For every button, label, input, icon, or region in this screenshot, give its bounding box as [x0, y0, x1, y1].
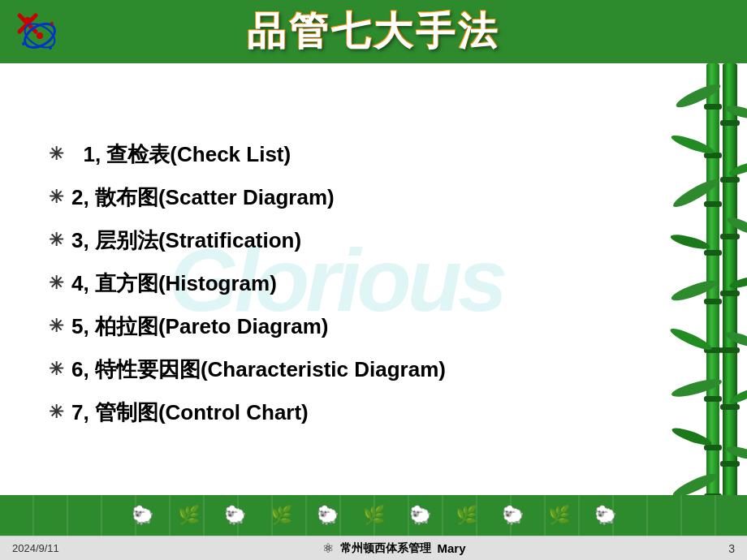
content-area: Glorious ✳ 1, 查检表(Check List) ✳ 2, 散布图(S… [0, 63, 747, 495]
list-item: ✳ 2, 散布图(Scatter Diagram) [49, 183, 617, 212]
svg-point-6 [50, 22, 54, 25]
items-list: ✳ 1, 查检表(Check List) ✳ 2, 散布图(Scatter Di… [49, 80, 731, 487]
bamboo-decoration [637, 63, 747, 495]
slide: 品管七大手法 Glorious ✳ 1, 查检表(Check List) ✳ 2… [0, 0, 747, 560]
svg-rect-16 [704, 396, 722, 402]
deco-animal-10: 🌿 [548, 505, 570, 526]
list-item: ✳ 3, 层别法(Stratification) [49, 226, 617, 255]
list-item: ✳ 5, 柏拉图(Pareto Diagram) [49, 312, 617, 341]
item-1-text: 1, 查检表(Check List) [71, 140, 291, 169]
deco-animal-4: 🌿 [270, 505, 292, 526]
list-item: ✳ 7, 管制图(Control Chart) [49, 398, 617, 427]
deco-animal-6: 🌿 [363, 505, 385, 526]
svg-rect-25 [720, 404, 740, 410]
deco-animal-5: 🐑 [317, 505, 339, 526]
svg-point-8 [49, 46, 52, 50]
footer-date: 2024/9/11 [12, 542, 59, 554]
svg-rect-11 [704, 153, 722, 158]
deco-animal-1: 🐑 [132, 505, 153, 526]
item-3-text: 3, 层别法(Stratification) [71, 226, 301, 255]
svg-rect-24 [720, 347, 740, 353]
svg-rect-14 [704, 299, 722, 304]
svg-rect-17 [704, 445, 722, 450]
svg-rect-23 [720, 291, 740, 296]
svg-rect-13 [704, 250, 722, 256]
svg-point-30 [669, 232, 710, 252]
svg-rect-12 [704, 201, 722, 207]
svg-rect-22 [720, 234, 740, 239]
svg-rect-18 [704, 493, 722, 495]
bullet-4: ✳ [49, 273, 63, 294]
bottom-decoration-bar: 🐑 🌿 🐑 🌿 🐑 🌿 🐑 🌿 🐑 🌿 🐑 [0, 495, 747, 536]
header-logo [8, 4, 63, 59]
deco-animal-8: 🌿 [456, 505, 477, 526]
list-item: ✳ 6, 特性要因图(Characteristic Diagram) [49, 355, 617, 384]
item-7-text: 7, 管制图(Control Chart) [71, 398, 309, 427]
item-6-text: 6, 特性要因图(Characteristic Diagram) [71, 355, 446, 384]
bamboo-svg [637, 63, 747, 495]
svg-point-4 [37, 32, 43, 39]
svg-point-5 [25, 17, 30, 22]
svg-rect-10 [704, 104, 722, 110]
svg-rect-19 [723, 63, 737, 495]
bullet-3: ✳ [49, 230, 63, 251]
svg-rect-21 [720, 177, 740, 183]
svg-point-7 [22, 42, 25, 45]
item-4-text: 4, 直方图(Histogram) [71, 269, 277, 298]
footer-company: 常州顿西体系管理 [340, 541, 431, 556]
deco-animal-3: 🐑 [224, 505, 246, 526]
svg-rect-9 [706, 63, 719, 495]
bullet-1: ✳ [49, 144, 63, 165]
item-2-text: 2, 散布图(Scatter Diagram) [71, 183, 335, 212]
deco-animal-9: 🐑 [502, 505, 524, 526]
list-item: ✳ 1, 查检表(Check List) [49, 140, 617, 169]
svg-rect-26 [720, 461, 740, 467]
bullet-5: ✳ [49, 316, 63, 337]
svg-rect-20 [720, 120, 740, 126]
header-bar: 品管七大手法 [0, 0, 747, 63]
deco-animal-2: 🌿 [178, 505, 200, 526]
bullet-2: ✳ [49, 187, 63, 208]
footer-page-number: 3 [728, 542, 735, 555]
bullet-7: ✳ [49, 402, 63, 423]
footer-center: ⚛ 常州顿西体系管理 Mary [59, 541, 728, 556]
footer-logo-icon: ⚛ [322, 541, 334, 556]
slide-title: 品管七大手法 [63, 6, 684, 58]
footer-bar: 2024/9/11 ⚛ 常州顿西体系管理 Mary 3 [0, 536, 747, 560]
bottom-decorations: 🐑 🌿 🐑 🌿 🐑 🌿 🐑 🌿 🐑 🌿 🐑 [132, 505, 616, 526]
deco-animal-7: 🐑 [409, 505, 431, 526]
item-5-text: 5, 柏拉图(Pareto Diagram) [71, 312, 328, 341]
bullet-6: ✳ [49, 359, 63, 380]
logo-icon [11, 7, 60, 56]
list-item: ✳ 4, 直方图(Histogram) [49, 269, 617, 298]
footer-author: Mary [438, 541, 466, 555]
deco-animal-11: 🐑 [594, 505, 616, 526]
